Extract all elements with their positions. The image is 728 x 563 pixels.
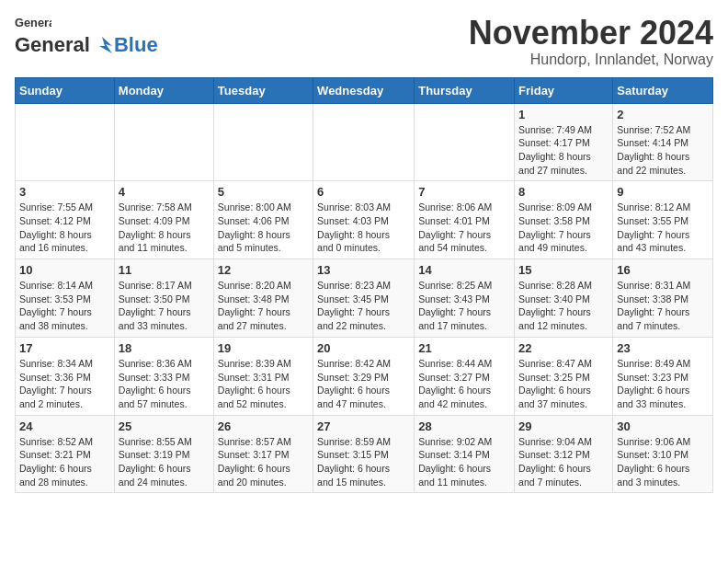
- day-info: Sunrise: 8:55 AM Sunset: 3:19 PM Dayligh…: [119, 435, 210, 489]
- day-info: Sunrise: 8:42 AM Sunset: 3:29 PM Dayligh…: [317, 357, 410, 411]
- day-info: Sunrise: 8:47 AM Sunset: 3:25 PM Dayligh…: [518, 357, 609, 411]
- calendar-cell: 20Sunrise: 8:42 AM Sunset: 3:29 PM Dayli…: [313, 337, 415, 415]
- calendar-cell: 13Sunrise: 8:23 AM Sunset: 3:45 PM Dayli…: [313, 259, 415, 338]
- calendar-week-row: 1Sunrise: 7:49 AM Sunset: 4:17 PM Daylig…: [16, 103, 713, 181]
- day-info: Sunrise: 8:34 AM Sunset: 3:36 PM Dayligh…: [19, 357, 110, 411]
- calendar-week-row: 24Sunrise: 8:52 AM Sunset: 3:21 PM Dayli…: [16, 415, 713, 493]
- day-number: 14: [418, 263, 510, 277]
- day-number: 20: [317, 341, 410, 355]
- day-info: Sunrise: 8:28 AM Sunset: 3:40 PM Dayligh…: [518, 279, 609, 333]
- day-number: 3: [19, 185, 110, 199]
- day-number: 2: [617, 108, 709, 121]
- calendar-cell: 24Sunrise: 8:52 AM Sunset: 3:21 PM Dayli…: [16, 415, 115, 493]
- day-number: 12: [218, 263, 309, 277]
- day-number: 11: [119, 263, 210, 277]
- weekday-header: Sunday: [16, 77, 115, 103]
- calendar-cell: 19Sunrise: 8:39 AM Sunset: 3:31 PM Dayli…: [213, 337, 313, 415]
- day-info: Sunrise: 8:52 AM Sunset: 3:21 PM Dayligh…: [19, 435, 110, 489]
- weekday-header: Tuesday: [213, 77, 313, 103]
- calendar-cell: 23Sunrise: 8:49 AM Sunset: 3:23 PM Dayli…: [613, 337, 713, 415]
- calendar-cell: 15Sunrise: 8:28 AM Sunset: 3:40 PM Dayli…: [515, 259, 613, 338]
- svg-marker-1: [99, 37, 112, 53]
- day-number: 10: [19, 263, 110, 277]
- calendar-cell: 21Sunrise: 8:44 AM Sunset: 3:27 PM Dayli…: [415, 337, 515, 415]
- day-number: 17: [19, 341, 110, 355]
- day-info: Sunrise: 9:04 AM Sunset: 3:12 PM Dayligh…: [518, 435, 609, 489]
- calendar-cell: [213, 103, 313, 181]
- weekday-header: Wednesday: [313, 77, 415, 103]
- page-header: General General Blue November 2024 Hundo…: [15, 15, 713, 68]
- day-info: Sunrise: 9:02 AM Sunset: 3:14 PM Dayligh…: [418, 435, 510, 489]
- calendar-cell: 30Sunrise: 9:06 AM Sunset: 3:10 PM Dayli…: [613, 415, 713, 493]
- day-info: Sunrise: 8:03 AM Sunset: 4:03 PM Dayligh…: [317, 201, 410, 255]
- logo-bird-icon: [92, 35, 112, 55]
- title-block: November 2024 Hundorp, Innlandet, Norway: [469, 15, 713, 68]
- calendar-week-row: 10Sunrise: 8:14 AM Sunset: 3:53 PM Dayli…: [16, 259, 713, 338]
- day-number: 13: [317, 263, 410, 277]
- calendar-cell: [16, 103, 115, 181]
- calendar-cell: [415, 103, 515, 181]
- weekday-header: Saturday: [613, 77, 713, 103]
- day-info: Sunrise: 8:57 AM Sunset: 3:17 PM Dayligh…: [218, 435, 309, 489]
- day-number: 16: [617, 263, 709, 277]
- day-number: 25: [119, 419, 210, 433]
- day-number: 27: [317, 419, 410, 433]
- logo-icon: General: [15, 15, 51, 31]
- calendar-header-row: SundayMondayTuesdayWednesdayThursdayFrid…: [16, 77, 713, 103]
- logo-general: General: [15, 33, 90, 57]
- calendar-cell: 7Sunrise: 8:06 AM Sunset: 4:01 PM Daylig…: [415, 181, 515, 259]
- calendar-cell: 8Sunrise: 8:09 AM Sunset: 3:58 PM Daylig…: [515, 181, 613, 259]
- calendar-cell: 6Sunrise: 8:03 AM Sunset: 4:03 PM Daylig…: [313, 181, 415, 259]
- day-number: 7: [418, 185, 510, 199]
- day-number: 28: [418, 419, 510, 433]
- day-info: Sunrise: 8:09 AM Sunset: 3:58 PM Dayligh…: [518, 201, 609, 255]
- day-number: 1: [518, 108, 609, 121]
- logo-blue: Blue: [114, 33, 158, 57]
- calendar-table: SundayMondayTuesdayWednesdayThursdayFrid…: [15, 77, 713, 494]
- day-number: 9: [617, 185, 709, 199]
- day-info: Sunrise: 8:36 AM Sunset: 3:33 PM Dayligh…: [119, 357, 210, 411]
- day-info: Sunrise: 8:14 AM Sunset: 3:53 PM Dayligh…: [19, 279, 110, 333]
- day-number: 26: [218, 419, 309, 433]
- calendar-cell: 26Sunrise: 8:57 AM Sunset: 3:17 PM Dayli…: [213, 415, 313, 493]
- calendar-cell: [114, 103, 213, 181]
- day-info: Sunrise: 8:39 AM Sunset: 3:31 PM Dayligh…: [218, 357, 309, 411]
- calendar-cell: 14Sunrise: 8:25 AM Sunset: 3:43 PM Dayli…: [415, 259, 515, 338]
- day-info: Sunrise: 8:20 AM Sunset: 3:48 PM Dayligh…: [218, 279, 309, 333]
- weekday-header: Friday: [515, 77, 613, 103]
- day-number: 23: [617, 341, 709, 355]
- day-info: Sunrise: 8:12 AM Sunset: 3:55 PM Dayligh…: [617, 201, 709, 255]
- calendar-cell: 25Sunrise: 8:55 AM Sunset: 3:19 PM Dayli…: [114, 415, 213, 493]
- calendar-week-row: 3Sunrise: 7:55 AM Sunset: 4:12 PM Daylig…: [16, 181, 713, 259]
- calendar-week-row: 17Sunrise: 8:34 AM Sunset: 3:36 PM Dayli…: [16, 337, 713, 415]
- calendar-cell: 10Sunrise: 8:14 AM Sunset: 3:53 PM Dayli…: [16, 259, 115, 338]
- calendar-cell: 16Sunrise: 8:31 AM Sunset: 3:38 PM Dayli…: [613, 259, 713, 338]
- calendar-cell: 18Sunrise: 8:36 AM Sunset: 3:33 PM Dayli…: [114, 337, 213, 415]
- day-info: Sunrise: 8:17 AM Sunset: 3:50 PM Dayligh…: [119, 279, 210, 333]
- calendar-cell: 28Sunrise: 9:02 AM Sunset: 3:14 PM Dayli…: [415, 415, 515, 493]
- calendar-cell: 11Sunrise: 8:17 AM Sunset: 3:50 PM Dayli…: [114, 259, 213, 338]
- calendar-title: November 2024: [469, 15, 713, 52]
- day-info: Sunrise: 9:06 AM Sunset: 3:10 PM Dayligh…: [617, 435, 709, 489]
- day-info: Sunrise: 8:23 AM Sunset: 3:45 PM Dayligh…: [317, 279, 410, 333]
- day-number: 22: [518, 341, 609, 355]
- day-number: 4: [119, 185, 210, 199]
- calendar-cell: 17Sunrise: 8:34 AM Sunset: 3:36 PM Dayli…: [16, 337, 115, 415]
- calendar-cell: 27Sunrise: 8:59 AM Sunset: 3:15 PM Dayli…: [313, 415, 415, 493]
- day-info: Sunrise: 8:59 AM Sunset: 3:15 PM Dayligh…: [317, 435, 410, 489]
- day-number: 21: [418, 341, 510, 355]
- day-info: Sunrise: 7:49 AM Sunset: 4:17 PM Dayligh…: [518, 123, 609, 178]
- day-number: 6: [317, 185, 410, 199]
- day-info: Sunrise: 7:52 AM Sunset: 4:14 PM Dayligh…: [617, 123, 709, 178]
- day-number: 29: [518, 419, 609, 433]
- svg-text:General: General: [15, 16, 51, 29]
- day-number: 30: [617, 419, 709, 433]
- day-number: 24: [19, 419, 110, 433]
- calendar-cell: 9Sunrise: 8:12 AM Sunset: 3:55 PM Daylig…: [613, 181, 713, 259]
- calendar-cell: 1Sunrise: 7:49 AM Sunset: 4:17 PM Daylig…: [515, 103, 613, 181]
- day-info: Sunrise: 8:00 AM Sunset: 4:06 PM Dayligh…: [218, 201, 309, 255]
- day-number: 15: [518, 263, 609, 277]
- day-info: Sunrise: 8:49 AM Sunset: 3:23 PM Dayligh…: [617, 357, 709, 411]
- weekday-header: Thursday: [415, 77, 515, 103]
- calendar-cell: 22Sunrise: 8:47 AM Sunset: 3:25 PM Dayli…: [515, 337, 613, 415]
